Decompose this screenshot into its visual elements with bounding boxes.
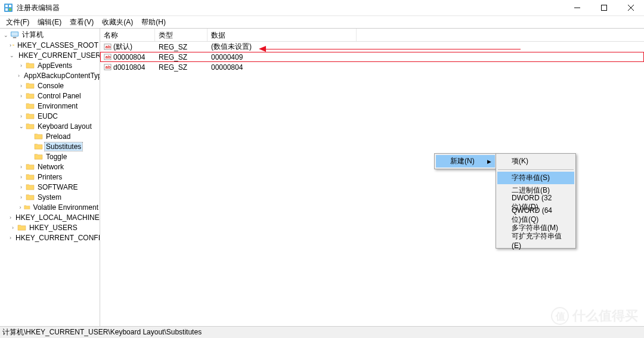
column-name[interactable]: 名称 — [100, 29, 155, 41]
tree-console[interactable]: ›Console — [0, 80, 100, 91]
expand-icon[interactable]: › — [10, 215, 11, 221]
value-name: (默认) — [113, 42, 132, 52]
tree-appevents[interactable]: ›AppEvents — [0, 60, 100, 70]
expand-icon[interactable]: › — [18, 93, 24, 99]
tree-hkcc[interactable]: ›HKEY_CURRENT_CONFIG — [0, 232, 100, 243]
expand-icon[interactable]: › — [18, 83, 24, 89]
ctx-new[interactable]: 新建(N) ▶ — [436, 155, 495, 168]
tree-environment[interactable]: Environment — [0, 101, 100, 111]
tree-controlpanel[interactable]: ›Control Panel — [0, 91, 100, 101]
ctx-label: 项(K) — [512, 156, 528, 166]
tree-label: AppEvents — [36, 61, 73, 70]
tree-label: Console — [36, 82, 65, 90]
list-row[interactable]: ab00000804 REG_SZ 00000409 — [100, 52, 644, 62]
tree-keyboard[interactable]: ⌄Keyboard Layout — [0, 121, 100, 131]
context-submenu[interactable]: 项(K) 字符串值(S) 二进制值(B) DWORD (32 位)值(D) QW… — [496, 153, 576, 249]
value-type: REG_SZ — [155, 53, 208, 61]
tree-substitutes[interactable]: Substitutes — [0, 141, 100, 151]
ctx-label: 新建(N) — [450, 156, 475, 166]
arrow-head-icon — [259, 46, 266, 52]
tree-label: Control Panel — [36, 92, 82, 100]
tree-hku[interactable]: ›HKEY_USERS — [0, 222, 100, 232]
menu-view[interactable]: 查看(V) — [66, 16, 97, 29]
tree-label: Substitutes — [45, 142, 82, 151]
tree-volatile[interactable]: ›Volatile Environment — [0, 202, 100, 212]
computer-icon — [10, 31, 19, 39]
tree-appxbackup[interactable]: ›AppXBackupContentType — [0, 70, 100, 80]
expand-icon[interactable]: › — [18, 174, 24, 180]
expand-icon[interactable]: › — [10, 225, 16, 231]
string-value-icon: ab — [104, 43, 112, 51]
svg-rect-10 — [11, 32, 18, 36]
tree-software[interactable]: ›SOFTWARE — [0, 182, 100, 192]
tree-network[interactable]: ›Network — [0, 162, 100, 172]
tree-preload[interactable]: Preload — [0, 131, 100, 141]
tree-label: EUDC — [36, 112, 59, 120]
menu-edit[interactable]: 编辑(E) — [34, 16, 65, 29]
context-menu[interactable]: 新建(N) ▶ — [434, 153, 497, 169]
menu-favorites[interactable]: 收藏夹(A) — [98, 16, 137, 29]
tree-label: AppXBackupContentType — [23, 72, 100, 80]
collapse-icon[interactable]: ⌄ — [2, 32, 9, 38]
column-type[interactable]: 类型 — [155, 29, 208, 41]
expand-icon[interactable]: › — [10, 235, 11, 241]
svg-text:ab: ab — [106, 44, 111, 49]
list-row[interactable]: ab(默认) REG_SZ (数值未设置) — [100, 42, 644, 52]
svg-rect-11 — [13, 37, 17, 38]
value-data: (数值未设置) — [208, 42, 357, 52]
window-controls — [564, 0, 644, 15]
ctx-key[interactable]: 项(K) — [497, 155, 574, 168]
folder-icon — [26, 122, 35, 130]
svg-text:ab: ab — [106, 54, 111, 60]
expand-icon[interactable]: › — [18, 113, 24, 119]
expand-icon[interactable]: › — [18, 194, 24, 200]
tree-eudc[interactable]: ›EUDC — [0, 111, 100, 121]
tree-label: Volatile Environment — [32, 203, 100, 212]
tree-label: Network — [36, 163, 65, 171]
tree-panel[interactable]: ⌄ 计算机 › HKEY_CLASSES_ROOT ⌄ HKEY_CURRENT… — [0, 29, 100, 326]
expand-icon[interactable]: › — [18, 184, 24, 190]
ctx-expandstring[interactable]: 可扩充字符串值(E) — [497, 234, 574, 247]
folder-icon — [13, 41, 14, 49]
tree-hkcr[interactable]: › HKEY_CLASSES_ROOT — [0, 40, 100, 50]
window-title: 注册表编辑器 — [17, 3, 564, 13]
tree-hkcu[interactable]: ⌄ HKEY_CURRENT_USER — [0, 50, 100, 60]
menu-file[interactable]: 文件(F) — [2, 16, 33, 29]
tree-hklm[interactable]: ›HKEY_LOCAL_MACHINE — [0, 212, 100, 222]
folder-icon — [26, 173, 35, 181]
expand-icon[interactable]: › — [18, 63, 24, 69]
column-data[interactable]: 数据 — [208, 29, 357, 41]
svg-rect-1 — [5, 5, 8, 7]
folder-icon — [26, 183, 35, 191]
expand-icon[interactable]: › — [18, 204, 23, 210]
folder-icon — [26, 102, 35, 110]
tree-toggle[interactable]: Toggle — [0, 151, 100, 162]
svg-rect-4 — [9, 8, 11, 11]
menu-help[interactable]: 帮助(H) — [138, 16, 169, 29]
folder-icon — [17, 224, 26, 231]
folder-icon — [26, 112, 35, 120]
expand-icon[interactable]: › — [18, 73, 20, 79]
close-button[interactable] — [617, 0, 644, 15]
menu-separator — [498, 169, 574, 170]
tree-label: HKEY_LOCAL_MACHINE — [14, 213, 100, 222]
svg-text:ab: ab — [106, 64, 111, 70]
ctx-qword[interactable]: QWORD (64 位)值(Q) — [497, 209, 574, 222]
svg-rect-3 — [5, 8, 8, 11]
minimize-button[interactable] — [564, 0, 590, 15]
submenu-arrow-icon: ▶ — [487, 159, 491, 165]
tree-label: Printers — [36, 173, 63, 181]
list-row[interactable]: abd0010804 REG_SZ 00000804 — [100, 62, 644, 72]
collapse-icon[interactable]: ⌄ — [10, 52, 14, 58]
tree-system[interactable]: ›System — [0, 192, 100, 202]
tree-root[interactable]: ⌄ 计算机 — [0, 30, 100, 40]
expand-icon[interactable]: › — [18, 164, 24, 170]
collapse-icon[interactable]: ⌄ — [18, 123, 24, 129]
ctx-string[interactable]: 字符串值(S) — [497, 172, 574, 184]
maximize-button[interactable] — [590, 0, 617, 15]
tree-label: HKEY_CLASSES_ROOT — [16, 41, 100, 49]
tree-label: Environment — [36, 102, 79, 110]
tree-printers[interactable]: ›Printers — [0, 172, 100, 182]
expand-icon[interactable]: › — [10, 42, 11, 48]
ctx-label: 字符串值(S) — [512, 173, 550, 183]
